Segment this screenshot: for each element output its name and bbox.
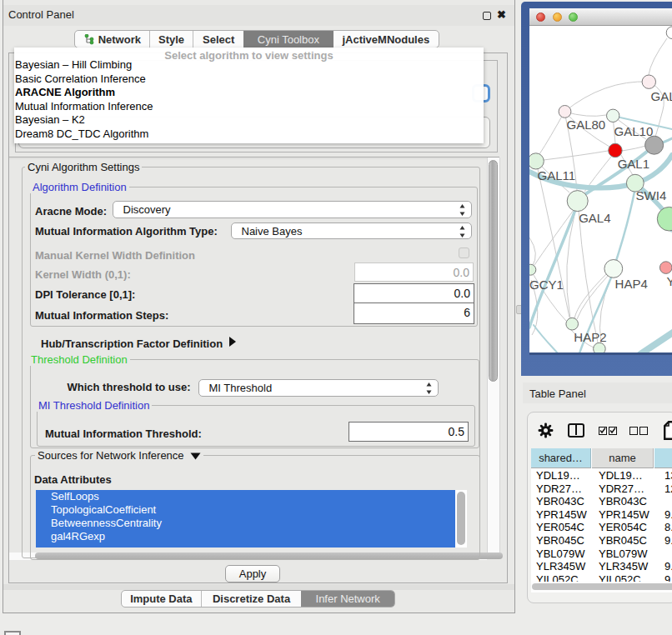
svg-text:GAL80: GAL80	[567, 118, 606, 132]
svg-text:Y: Y	[667, 274, 672, 288]
svg-text:GAL11: GAL11	[538, 168, 576, 182]
svg-text:HAP2: HAP2	[574, 330, 606, 344]
svg-text:GAL4: GAL4	[579, 211, 610, 225]
svg-text:GAL: GAL	[651, 89, 672, 103]
svg-text:SWI4: SWI4	[636, 188, 667, 202]
svg-text:HAP4: HAP4	[615, 277, 648, 291]
svg-text:GAL10: GAL10	[614, 124, 654, 138]
svg-text:GAL1: GAL1	[618, 157, 649, 171]
svg-text:GCY1: GCY1	[529, 278, 564, 292]
